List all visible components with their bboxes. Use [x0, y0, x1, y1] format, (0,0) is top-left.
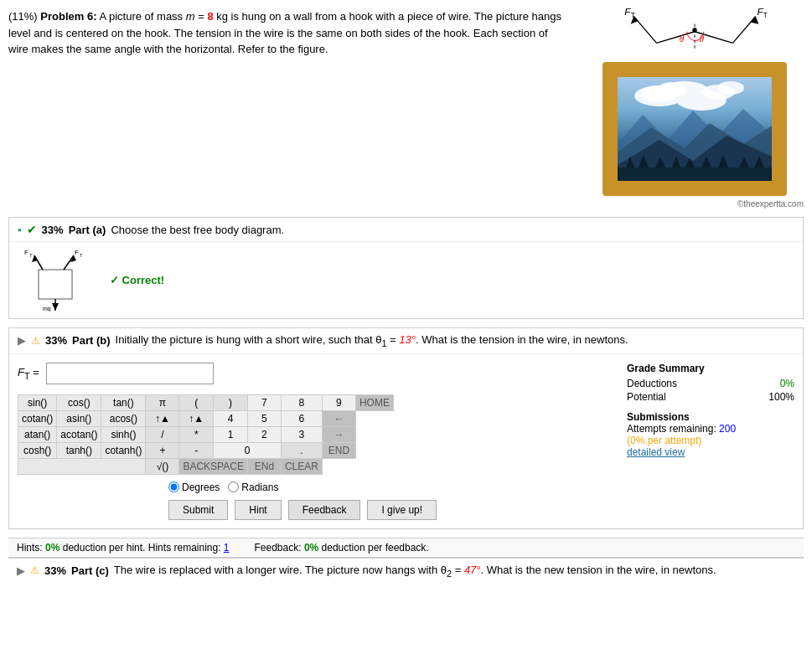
radians-text: Radians — [241, 482, 278, 493]
clear-btn[interactable]: CLEAR — [281, 458, 322, 474]
grade-summary-title: Grade Summary — [627, 363, 794, 374]
feedback-button[interactable]: Feedback — [288, 500, 361, 520]
fb-val: 0% — [304, 542, 318, 554]
home-btn[interactable]: HOME — [355, 394, 393, 410]
attempts-val: 200 — [719, 423, 736, 435]
calc-row-1: sin() cos() tan() π ( ) 7 8 9 HOME — [18, 394, 394, 410]
rparen-btn[interactable]: ) — [214, 394, 248, 410]
wire-diagram: F T F T θ — [586, 8, 804, 59]
collapse-icon-a[interactable]: ▪ — [18, 224, 22, 236]
sinh-btn[interactable]: sinh() — [101, 426, 146, 442]
btn-2[interactable]: 2 — [247, 426, 281, 442]
dot-btn[interactable]: . — [281, 442, 322, 458]
degrees-radio[interactable] — [168, 482, 179, 492]
theta-left: θ — [680, 34, 685, 44]
problem-section: (11%) Problem 6: A picture of mass m = 8… — [8, 8, 804, 209]
part-c-percent: 33% — [44, 564, 66, 577]
tan-btn[interactable]: tan() — [101, 394, 146, 410]
sqrt-btn[interactable]: √() — [146, 458, 179, 474]
acos-btn[interactable]: acos() — [101, 410, 146, 426]
problem-text: (11%) Problem 6: A picture of mass m = 8… — [8, 8, 586, 58]
calc-table: sin() cos() tan() π ( ) 7 8 9 HOME — [18, 394, 394, 475]
deductions-val: 0% — [780, 378, 794, 389]
problem-percent: (11%) — [8, 10, 38, 23]
main-container: (11%) Problem 6: A picture of mass m = 8… — [0, 0, 812, 591]
lparen-btn[interactable]: ( — [179, 394, 214, 410]
action-buttons: Submit Hint Feedback I give up! — [168, 500, 610, 520]
cosh-btn[interactable]: cosh() — [18, 442, 57, 458]
ft-left-sub: T — [631, 12, 635, 19]
end2-btn[interactable]: ENd — [247, 458, 281, 474]
btn-3[interactable]: 3 — [281, 426, 322, 442]
collapse-icon-c[interactable]: ▶ — [17, 564, 25, 577]
calc-row-2: cotan() asin() acos() ↑▲ ↑▲ 4 5 6 ← — [18, 410, 394, 426]
attempts-row: Attempts remaining: 200 — [627, 423, 794, 435]
part-b-percent: 33% — [45, 334, 67, 347]
deductions-row: Deductions 0% — [627, 378, 794, 389]
hints-text: deduction per hint. Hints remaining: — [63, 542, 224, 554]
slash-btn[interactable]: / — [146, 426, 179, 442]
pi-btn[interactable]: π — [146, 394, 179, 410]
cos-btn[interactable]: cos() — [57, 394, 101, 410]
backspace-btn[interactable]: BACKSPACE — [179, 458, 247, 474]
end-btn[interactable]: END — [322, 442, 355, 458]
radians-radio[interactable] — [228, 482, 239, 492]
atan-btn[interactable]: atan() — [18, 426, 57, 442]
potential-val: 100% — [768, 391, 794, 403]
deductions-label: Deductions — [627, 378, 677, 389]
part-a-question: Choose the best free body diagram. — [111, 224, 284, 236]
btn-0[interactable]: 0 — [214, 442, 282, 458]
svg-point-11 — [717, 81, 744, 95]
minus-btn[interactable]: - — [179, 442, 214, 458]
hints-remaining[interactable]: 1 — [224, 542, 230, 554]
acotan-btn[interactable]: acotan() — [57, 426, 101, 442]
svg-marker-35 — [52, 303, 59, 311]
equals-sign: = — [198, 10, 207, 23]
hints-bar: Hints: 0% deduction per hint. Hints rema… — [8, 538, 804, 558]
btn-4[interactable]: 4 — [214, 410, 248, 426]
cotan-btn[interactable]: cotan() — [18, 410, 57, 426]
degrees-radians-row: Degrees Radians — [168, 482, 610, 493]
wire-svg: F T F T θ — [611, 8, 778, 59]
svg-text:T: T — [29, 253, 33, 258]
degrees-label[interactable]: Degrees — [168, 482, 220, 493]
up-arrow2-btn[interactable]: ↑▲ — [179, 410, 214, 426]
hints-val: 0% — [45, 542, 59, 554]
btn-9[interactable]: 9 — [322, 394, 355, 410]
hints-label: Hints: — [17, 542, 43, 554]
asin-btn[interactable]: asin() — [57, 410, 101, 426]
backspace-arrow-btn[interactable]: ← — [322, 410, 355, 426]
give-up-button[interactable]: I give up! — [367, 500, 437, 520]
potential-label: Potential — [627, 391, 666, 403]
answer-input[interactable] — [46, 363, 214, 384]
btn-1[interactable]: 1 — [214, 426, 248, 442]
picture-diagram: F T F T θ — [586, 8, 804, 209]
svg-text:F: F — [24, 249, 28, 256]
detail-link[interactable]: detailed view — [627, 446, 794, 458]
radians-label[interactable]: Radians — [228, 482, 278, 493]
up-arrow-btn[interactable]: ↑▲ — [146, 410, 179, 426]
btn-5[interactable]: 5 — [247, 410, 281, 426]
cotanh-btn[interactable]: cotanh() — [101, 442, 146, 458]
svg-text:T: T — [80, 253, 83, 258]
part-a-content: F T F T mg ✓ Correct! — [9, 242, 803, 318]
btn-8[interactable]: 8 — [281, 394, 322, 410]
hint-button[interactable]: Hint — [235, 500, 281, 520]
fbd-svg: F T F T mg — [18, 249, 93, 312]
right-arrow-btn[interactable]: → — [322, 426, 355, 442]
btn-7[interactable]: 7 — [247, 394, 281, 410]
problem-title: Problem 6: — [40, 10, 96, 23]
collapse-icon-b[interactable]: ▶ — [18, 334, 26, 347]
submit-button[interactable]: Submit — [168, 500, 228, 520]
warning-icon-b: ⚠ — [31, 335, 40, 347]
plus-btn[interactable]: + — [146, 442, 179, 458]
sin-btn[interactable]: sin() — [18, 394, 57, 410]
svg-text:mg: mg — [43, 306, 51, 312]
grade-summary: Grade Summary Deductions 0% Potential 10… — [627, 363, 794, 520]
fb-text: deduction per feedback. — [322, 542, 429, 554]
mult-btn[interactable]: * — [179, 426, 214, 442]
warning-icon-c: ⚠ — [30, 564, 39, 576]
btn-6[interactable]: 6 — [281, 410, 322, 426]
part-a-label: Part (a) — [69, 224, 106, 236]
tanh-btn[interactable]: tanh() — [57, 442, 101, 458]
